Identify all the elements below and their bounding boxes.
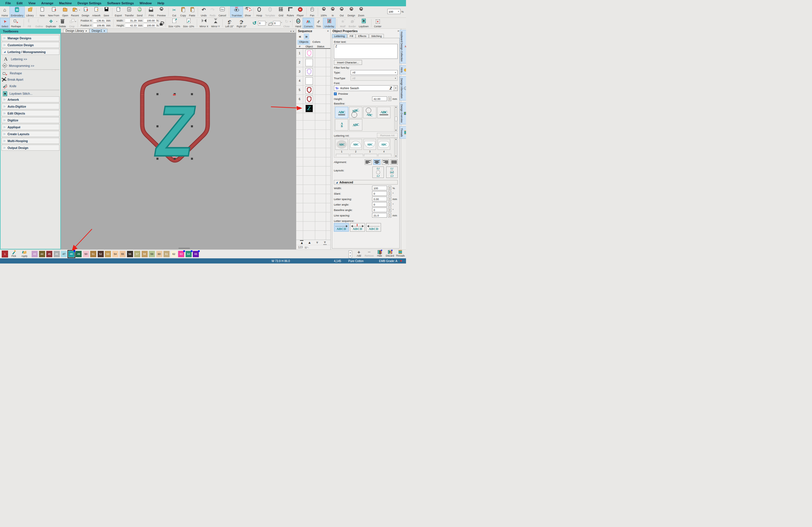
color-swatch[interactable]: 44 <box>39 251 45 257</box>
toolbar-button[interactable]: Reshape ▾ <box>10 18 23 28</box>
field-spinner[interactable]: ▲▼ <box>388 202 391 207</box>
color-swatch[interactable]: 52 <box>98 251 104 257</box>
toolbar-button[interactable]: Save ▾ <box>102 6 111 17</box>
toolbar-button[interactable]: Recent ▾ <box>70 6 80 17</box>
chevron-down-icon[interactable]: ▾ <box>394 86 397 91</box>
sequence-row[interactable]: 5 Z <box>296 86 331 95</box>
color-swatch[interactable]: 46 <box>54 251 60 257</box>
toolbar-button[interactable]: Preview ▾ <box>156 6 167 17</box>
field-input[interactable]: 0 <box>372 191 387 196</box>
move-to-top-button[interactable]: ▲ <box>300 240 303 245</box>
sequence-row[interactable]: 7 Z <box>296 104 331 113</box>
toolbar-button[interactable]: Pan ▾ <box>308 6 317 17</box>
menu-item[interactable]: Machine <box>57 1 74 5</box>
field-spinner[interactable]: ▲▼ <box>388 197 391 201</box>
toolbar-button[interactable]: 100% ▾ <box>319 6 329 17</box>
close-icon[interactable]: × <box>85 30 87 32</box>
align-justify-button[interactable] <box>391 159 398 165</box>
sequence-row[interactable]: 4 Z <box>296 76 331 86</box>
toolbox-item[interactable]: Laydown Stitch... <box>1 90 59 96</box>
toolbar-button[interactable]: Out ▾ <box>337 6 346 17</box>
field-spinner[interactable]: ▲▼ <box>388 213 391 217</box>
color-swatch[interactable]: 57 <box>134 251 140 257</box>
lettering-art-option[interactable]: ABC 2 <box>349 139 362 153</box>
toolbar-button[interactable]: Mirror Y <box>210 18 221 28</box>
tab-fill[interactable]: Fill <box>347 34 356 38</box>
move-up-button[interactable]: ▲ <box>308 241 311 244</box>
baseline-freeline-option[interactable]: ABC <box>349 119 362 131</box>
object-thumbnail[interactable]: Z <box>305 95 313 103</box>
menu-item[interactable]: Arrange <box>39 1 56 5</box>
toolbar-button[interactable]: Zoom ▾ <box>357 6 366 17</box>
toolbar-button[interactable]: Crop ▾ <box>68 18 76 28</box>
toolbox-section[interactable]: ▷ Appliqué <box>1 124 59 130</box>
docked-panel-tab[interactable]: Keybo­ard Design Collection <box>400 30 406 63</box>
toolbox-section[interactable]: ▷ Multi-Hooping <box>1 138 59 144</box>
color-swatch[interactable]: 50 <box>83 251 89 257</box>
toolbar-button[interactable]: Show ▾ <box>243 6 252 17</box>
pick-color-button[interactable]: Pick <box>9 251 19 257</box>
color-swatch[interactable]: 64 <box>186 251 192 257</box>
sequence-prev-button[interactable]: « <box>298 34 303 39</box>
height-percent-input[interactable]: 100.00 <box>144 24 156 28</box>
height-spinner[interactable]: ▲▼ <box>388 96 391 101</box>
sequence-from-center-option[interactable]: ABCD <box>350 223 365 232</box>
align-center-button[interactable] <box>373 159 380 165</box>
toolbox-section[interactable]: ▷ Manage Designs <box>1 35 59 41</box>
color-swatch[interactable]: 65 <box>193 251 199 257</box>
color-swatch[interactable]: 51 <box>90 251 96 257</box>
skew-icon[interactable] <box>268 23 273 26</box>
toolbar-button[interactable]: Open ▾ <box>61 6 70 17</box>
baseline-arc-down-option[interactable]: ABC <box>349 107 362 118</box>
field-input[interactable]: 0 <box>372 202 387 207</box>
toolbar-button[interactable]: Mirror X <box>198 18 210 28</box>
move-down-button[interactable]: ▼ <box>316 241 319 244</box>
color-swatch[interactable]: 61 <box>163 251 170 257</box>
baseline-arc-up-option[interactable]: ABC <box>363 107 376 118</box>
toolbar-button[interactable]: Embroidery ▾ <box>10 6 25 17</box>
layout-option-1[interactable]: L1 L2 <box>372 166 384 178</box>
toolbox-item[interactable]: Reshape <box>1 70 59 76</box>
toolbar-button[interactable]: Delete ▾ <box>57 18 68 28</box>
toolbar-button[interactable]: Design ▾ <box>346 6 357 17</box>
toolbar-button[interactable]: Hand ▾ <box>294 18 303 28</box>
width-input[interactable]: 31.29 <box>125 19 137 23</box>
sequence-right-to-left-option[interactable]: ABCD <box>366 223 381 232</box>
rotate-icon[interactable] <box>252 20 258 26</box>
toolbar-button[interactable]: Hoop ▾ <box>255 6 264 17</box>
field-spinner[interactable]: ▲▼ <box>388 186 391 190</box>
resequence-by-number-button[interactable]: 123 <box>298 246 303 249</box>
color-tool-button[interactable]: Add <box>354 250 364 257</box>
sequence-row[interactable]: 3 Z <box>296 67 331 76</box>
toolbar-button[interactable]: TrueView ▾ <box>230 6 243 17</box>
menu-item[interactable]: Help <box>155 1 167 5</box>
field-spinner[interactable]: ▲▼ <box>388 208 391 212</box>
color-swatch[interactable]: 45 <box>46 251 52 257</box>
toolbox-item[interactable]: Lettering >> <box>1 56 59 62</box>
field-input[interactable]: 0.00 <box>372 197 387 201</box>
baseline-scrollbar[interactable]: ▲▼ <box>394 106 397 132</box>
toolbar-button[interactable]: Center ▾ <box>373 18 383 28</box>
color-tool-button[interactable]: Discard <box>385 250 395 257</box>
height-input[interactable]: 42.33 <box>125 24 137 28</box>
toolbar-button[interactable]: Right 15° <box>235 18 248 28</box>
toolbar-button[interactable]: Rulers ▾ <box>285 6 295 17</box>
toolbar-button[interactable]: Underlay ▾ <box>323 18 336 28</box>
sequence-next-button[interactable]: » <box>304 34 309 39</box>
advanced-section-header[interactable]: ◢ Advanced <box>334 180 398 184</box>
toolbar-button[interactable]: Send ▾ <box>135 6 144 17</box>
toolbox-section[interactable]: ▷ Artwork <box>1 96 59 103</box>
insert-character-button[interactable]: Insert Character... <box>334 60 362 65</box>
toolbar-button[interactable]: Size +10% <box>167 18 182 28</box>
color-swatch[interactable]: 49 <box>75 251 82 257</box>
menu-item[interactable]: Edit <box>14 1 25 5</box>
palette-spinner[interactable]: ▲▼ <box>349 251 352 258</box>
toolbar-button[interactable]: Outline ▾ <box>34 18 45 28</box>
object-thumbnail[interactable]: Z <box>305 68 313 75</box>
baseline-fixed-option[interactable]: ABC <box>377 107 391 118</box>
toolbox-item[interactable]: Break Apart <box>1 76 59 83</box>
skew-input[interactable]: 0 <box>273 21 280 26</box>
object-thumbnail[interactable]: Z <box>305 50 313 57</box>
color-tool-button[interactable]: Threads <box>395 250 405 257</box>
docked-panel-tab[interactable]: Design Information <box>400 76 406 100</box>
